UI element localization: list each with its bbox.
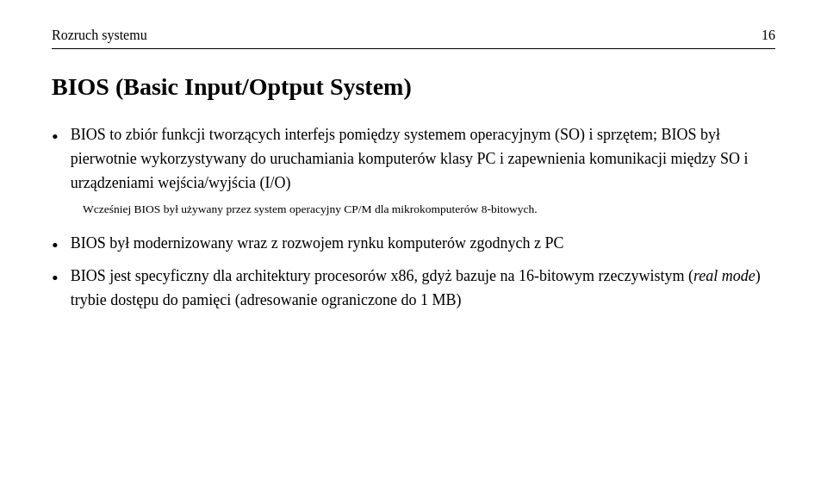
bullet-note-1: Wcześniej BIOS był używany przez system …: [83, 201, 775, 218]
bullet-dot-1: •: [52, 122, 59, 151]
bullet-item-3: • BIOS jest specyficzny dla architektury…: [52, 264, 775, 313]
page-number: 16: [762, 28, 775, 43]
bullet-list: • BIOS to zbiór funkcji tworzących inter…: [52, 123, 775, 313]
bullet-text-1: BIOS to zbiór funkcji tworzących interfe…: [71, 123, 775, 196]
bullet-dot-3: •: [52, 264, 59, 292]
bullet-item-2: • BIOS był modernizowany wraz z rozwojem…: [52, 232, 775, 259]
bullet-text-3: BIOS jest specyficzny dla architektury p…: [71, 264, 775, 313]
italic-realmode: real mode: [693, 267, 755, 284]
bullet-text-2: BIOS był modernizowany wraz z rozwojem r…: [71, 232, 775, 256]
bullet-dot-2: •: [52, 231, 59, 259]
bullet-item-1: • BIOS to zbiór funkcji tworzących inter…: [52, 123, 775, 196]
header-title: Rozruch systemu: [52, 28, 147, 43]
page-header: Rozruch systemu 16: [52, 28, 775, 49]
section-title: BIOS (Basic Input/Optput System): [52, 73, 775, 101]
